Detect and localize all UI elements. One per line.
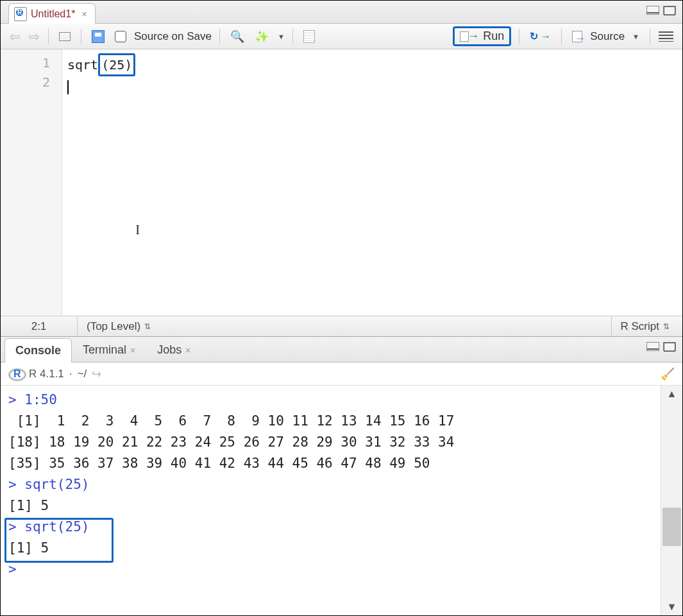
- console-line: > 1:50: [8, 392, 57, 407]
- outline-icon: [661, 31, 673, 42]
- line-number: 1: [1, 53, 62, 73]
- source-button[interactable]: Source ▼: [569, 29, 642, 44]
- argument-highlight: (25): [98, 53, 135, 76]
- tab-terminal[interactable]: Terminal ×: [72, 338, 146, 362]
- save-icon: [92, 30, 105, 43]
- run-label: Run: [483, 30, 504, 43]
- r-logo-icon: [8, 368, 24, 380]
- tab-console[interactable]: Console: [4, 338, 72, 363]
- language-selector[interactable]: R Script ⇅: [611, 316, 682, 336]
- notebook-icon: [303, 30, 315, 43]
- scope-selector[interactable]: (Top Level) ⇅: [78, 320, 611, 333]
- r-document-icon: [14, 7, 27, 21]
- source-statusbar: 2:1 (Top Level) ⇅ R Script ⇅: [1, 316, 682, 336]
- save-button[interactable]: [89, 29, 107, 44]
- close-tab-icon[interactable]: ×: [81, 9, 87, 19]
- line-gutter: 1 2: [1, 49, 62, 316]
- source-toolbar: ⇦ ⇨ Source on Save ▼ → Run ↻→: [1, 24, 682, 49]
- maximize-pane-icon[interactable]: [663, 342, 676, 351]
- console-line: [1] 1 2 3 4 5 6 7 8 9 10 11 12 13 14 15 …: [8, 413, 454, 429]
- source-pane: Untitled1* × ⇦ ⇨ Source on Save ▼: [1, 1, 682, 337]
- console-line: > sqrt(25): [8, 477, 89, 492]
- minimize-pane-icon[interactable]: [646, 6, 659, 15]
- compile-report-button[interactable]: [301, 29, 317, 44]
- console-tabstrip: Console Terminal × Jobs ×: [1, 337, 682, 363]
- console-line: [18] 18 19 20 21 22 23 24 25 26 27 28 29…: [8, 434, 454, 450]
- scope-label: (Top Level): [87, 320, 140, 333]
- source-icon: [572, 31, 582, 42]
- updown-icon: ⇅: [663, 322, 670, 331]
- console-line: [1] 5: [8, 498, 49, 513]
- code-tools-dropdown-icon[interactable]: ▼: [278, 33, 285, 40]
- code-line-1: sqrt(25): [67, 53, 682, 76]
- pane-window-controls: [646, 6, 676, 15]
- console-line: [35] 35 36 37 38 39 40 41 42 43 44 45 46…: [8, 456, 430, 471]
- code-tools-icon[interactable]: [252, 28, 271, 45]
- ibeam-cursor-icon: I: [135, 220, 140, 239]
- updown-icon: ⇅: [144, 322, 151, 331]
- text-cursor-icon: [67, 80, 69, 94]
- tab-jobs-label: Jobs: [157, 343, 181, 357]
- nav-forward-icon[interactable]: ⇨: [26, 30, 40, 44]
- view-directory-icon[interactable]: [92, 367, 101, 381]
- source-tabstrip: Untitled1* ×: [1, 1, 682, 24]
- code-line-2: [67, 76, 682, 96]
- checkbox-icon: [115, 31, 126, 42]
- working-directory[interactable]: ~/: [78, 368, 87, 381]
- pane-window-controls: [646, 342, 676, 351]
- cursor-position[interactable]: 2:1: [1, 316, 78, 336]
- source-label: Source: [590, 30, 625, 43]
- nav-back-icon[interactable]: ⇦: [7, 30, 21, 44]
- tab-console-label: Console: [15, 344, 61, 357]
- clear-console-icon[interactable]: 🧹: [661, 367, 675, 381]
- run-icon: →: [460, 30, 479, 43]
- tab-terminal-label: Terminal: [83, 343, 126, 357]
- line-number: 2: [1, 73, 62, 92]
- rerun-button[interactable]: ↻→: [527, 29, 553, 44]
- close-icon[interactable]: ×: [130, 345, 135, 355]
- code-editor[interactable]: sqrt(25) I: [62, 49, 682, 316]
- tab-jobs[interactable]: Jobs ×: [146, 338, 201, 362]
- console-prompt[interactable]: >: [8, 561, 24, 577]
- source-on-save-checkbox[interactable]: [112, 30, 129, 44]
- console-line: > sqrt(25): [8, 519, 89, 535]
- scroll-thumb[interactable]: [662, 508, 681, 546]
- minimize-pane-icon[interactable]: [646, 342, 659, 351]
- run-button[interactable]: → Run: [453, 26, 511, 46]
- r-version: R 4.1.1: [29, 368, 64, 381]
- find-replace-icon[interactable]: [228, 28, 247, 45]
- source-tab-untitled[interactable]: Untitled1* ×: [8, 3, 96, 24]
- close-icon[interactable]: ×: [185, 345, 190, 355]
- source-dropdown-icon[interactable]: ▼: [632, 33, 639, 40]
- console-body: > 1:50 [1] 1 2 3 4 5 6 7 8 9 10 11 12 13…: [1, 386, 682, 615]
- source-on-save-label: Source on Save: [134, 30, 212, 43]
- separator-dot: ·: [69, 368, 72, 381]
- scroll-up-icon[interactable]: ▲: [661, 388, 682, 400]
- outline-button[interactable]: [658, 30, 676, 43]
- language-label: R Script: [621, 320, 659, 333]
- console-output[interactable]: > 1:50 [1] 1 2 3 4 5 6 7 8 9 10 11 12 13…: [1, 386, 661, 615]
- console-header: R 4.1.1 · ~/ 🧹: [1, 363, 682, 386]
- scroll-down-icon[interactable]: ▼: [661, 601, 682, 613]
- console-line: [1] 5: [8, 540, 49, 556]
- popout-button[interactable]: [56, 31, 73, 42]
- source-tab-title: Untitled1*: [31, 8, 75, 20]
- editor-area[interactable]: 1 2 sqrt(25) I: [1, 49, 682, 316]
- maximize-pane-icon[interactable]: [663, 6, 676, 15]
- console-scrollbar[interactable]: ▲ ▼: [661, 386, 682, 615]
- popout-icon: [59, 32, 71, 41]
- console-pane: Console Terminal × Jobs × R 4.1.1 · ~/ 🧹…: [1, 337, 682, 615]
